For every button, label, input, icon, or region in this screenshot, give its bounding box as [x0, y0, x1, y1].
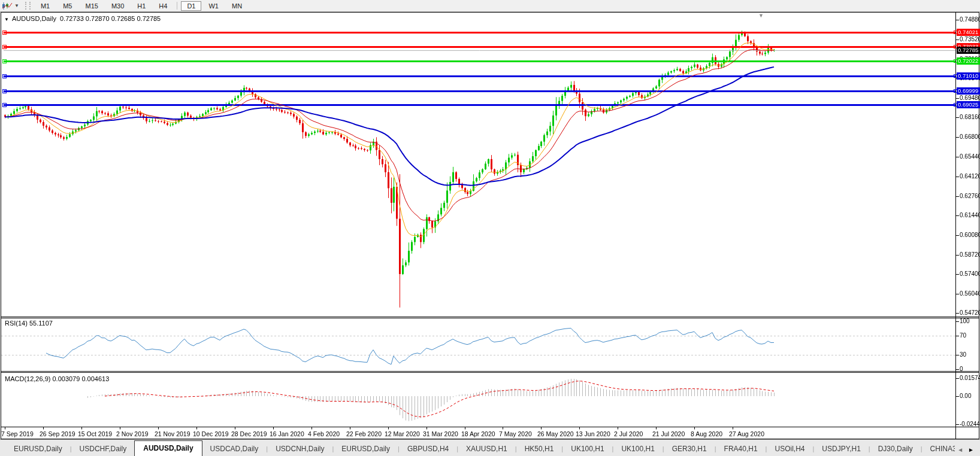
macd-level-label: -0.02441	[960, 421, 980, 427]
tab-fra40-h1[interactable]: FRA40,H1	[716, 442, 766, 456]
date-tick-label: 21 Nov 2019	[155, 430, 190, 437]
price-tick-label: 0.57400	[960, 270, 980, 277]
tab-audusd-daily[interactable]: AUDUSD,Daily	[134, 440, 202, 456]
price-tick-label: 0.66800	[960, 133, 980, 140]
toolbar-group-separator	[177, 2, 177, 10]
rsi-level-label: 70	[960, 332, 966, 339]
tab-xauusd-h1[interactable]: XAUUSD,H1	[458, 442, 515, 456]
date-tick-label: 13 Jun 2020	[576, 430, 610, 437]
symbol-tabs: EURUSD,Daily|USDCHF,DailyAUDUSD,DailyUSD…	[0, 440, 955, 456]
price-tick-label: 0.54720	[960, 309, 980, 316]
hline-price-label: 0.72022	[957, 57, 980, 65]
price-tick-label: 0.69480	[960, 95, 980, 101]
macd-level-label: 0.01574	[960, 375, 980, 381]
toolbar-separator	[25, 2, 31, 10]
timeframe-h1[interactable]: H1	[131, 1, 152, 11]
chart-tool-icon[interactable]	[2, 1, 14, 10]
macd-level-label: 0.00	[960, 393, 971, 399]
date-tick-label: 4 Feb 2020	[308, 430, 340, 437]
rsi-label: RSI(14) 55.1107	[5, 320, 53, 327]
tab-china300-h1[interactable]: CHINA300,H1	[922, 442, 955, 456]
date-tick-label: 2 Jul 2020	[614, 430, 643, 437]
tab-uk100-h1[interactable]: UK100,H1	[613, 442, 662, 456]
hline-price-label: 0.69025	[957, 101, 980, 108]
tab-usdjpy-h1[interactable]: USDJPY,H1	[814, 442, 868, 456]
date-tick-label: 7 May 2020	[499, 430, 532, 437]
timeframe-m15[interactable]: M15	[79, 1, 104, 11]
current-price-label: 0.72785	[957, 47, 980, 54]
tab-scroll-controls: ◄ ►	[955, 446, 980, 456]
price-tick-label: 0.62760	[960, 193, 980, 199]
hline-price-label: 0.71010	[957, 72, 980, 80]
chart-symbol: AUDUSD,Daily	[12, 15, 56, 22]
timeframe-m5[interactable]: M5	[57, 1, 78, 11]
date-tick-label: 2 Nov 2019	[116, 430, 149, 437]
price-tick-label: 0.68160	[960, 114, 980, 120]
tab-dj30-daily[interactable]: DJ30,Daily	[870, 442, 921, 456]
tab-scroll-right-icon[interactable]: ►	[968, 446, 974, 453]
hline-price-label: 0.74021	[957, 29, 980, 36]
price-tick-label: 0.74880	[960, 16, 980, 23]
date-tick-label: 28 Dec 2019	[231, 430, 267, 437]
macd-label: MACD(12,26,9) 0.003079 0.004613	[5, 375, 109, 382]
date-tick-label: 22 Feb 2020	[346, 430, 382, 437]
chart-ohlc: 0.72733 0.72870 0.72685 0.72785	[60, 15, 161, 22]
tab-usdchf-daily[interactable]: USDCHF,Daily	[72, 442, 135, 456]
tab-usdcad-daily[interactable]: USDCAD,Daily	[202, 442, 267, 456]
chart-canvas[interactable]	[0, 0, 980, 456]
date-tick-label: 18 Apr 2020	[461, 430, 495, 437]
date-tick-label: 7 Sep 2019	[1, 430, 34, 437]
tab-eurusd-daily[interactable]: EURUSD,Daily	[334, 442, 398, 456]
date-tick-label: 26 May 2020	[537, 430, 574, 437]
price-tick-label: 0.73520	[960, 36, 980, 42]
date-tick-label: 31 Mar 2020	[423, 430, 458, 437]
tab-usdcnh-daily[interactable]: USDCNH,Daily	[268, 442, 332, 456]
rsi-level-label: 100	[960, 318, 970, 324]
chart-title: ▼AUDUSD,Daily 0.72733 0.72870 0.72685 0.…	[4, 15, 161, 22]
timeframe-mn[interactable]: MN	[226, 1, 248, 11]
price-tick-label: 0.60080	[960, 232, 980, 238]
date-tick-label: 21 Jul 2020	[652, 430, 685, 437]
date-tick-label: 12 Mar 2020	[385, 430, 420, 437]
rsi-level-label: 30	[960, 351, 966, 358]
timeframe-h4[interactable]: H4	[153, 1, 173, 11]
chart-dropdown-icon[interactable]: ▼	[4, 17, 9, 22]
date-tick-label: 15 Oct 2019	[78, 430, 112, 437]
date-tick-label: 26 Sep 2019	[40, 430, 75, 437]
date-tick-label: 27 Aug 2020	[729, 430, 764, 437]
timeframe-m1[interactable]: M1	[35, 1, 56, 11]
timeframe-buttons: M1M5M15M30H1H4D1W1MN	[34, 1, 249, 11]
date-tick-label: 16 Jan 2020	[270, 430, 304, 437]
symbol-tabbar: EURUSD,Daily|USDCHF,DailyAUDUSD,DailyUSD…	[0, 439, 980, 456]
hline-price-label: 0.69999	[957, 87, 980, 95]
timeframe-w1[interactable]: W1	[202, 1, 225, 11]
tab-eurusd-daily[interactable]: EURUSD,Daily	[6, 442, 70, 456]
price-tick-label: 0.64120	[960, 173, 980, 180]
chevron-down-icon[interactable]: ▼	[14, 3, 19, 8]
tab-uk100-h1[interactable]: UK100,H1	[563, 442, 612, 456]
date-tick-label: 10 Dec 2019	[193, 430, 229, 437]
tab-scroll-left-icon[interactable]: ◄	[957, 446, 963, 453]
date-tick-label: 8 Aug 2020	[691, 430, 722, 437]
toolbar: ▼ M1M5M15M30H1H4D1W1MN	[0, 0, 980, 12]
rsi-level-label: 0	[960, 366, 963, 372]
tab-hk50-h1[interactable]: HK50,H1	[517, 442, 562, 456]
timeframe-m30[interactable]: M30	[105, 1, 130, 11]
tab-ger30-h1[interactable]: GER30,H1	[664, 442, 715, 456]
timeframe-d1[interactable]: D1	[181, 1, 201, 11]
chart-shift-marker-icon: ▼	[758, 13, 764, 19]
price-tick-label: 0.56040	[960, 290, 980, 297]
price-tick-label: 0.65440	[960, 153, 980, 160]
tab-gbpusd-h4[interactable]: GBPUSD,H4	[400, 442, 456, 456]
price-tick-label: 0.61440	[960, 212, 980, 218]
price-tick-label: 0.58720	[960, 251, 980, 258]
tab-usoil-h4[interactable]: USOil,H4	[767, 442, 812, 456]
